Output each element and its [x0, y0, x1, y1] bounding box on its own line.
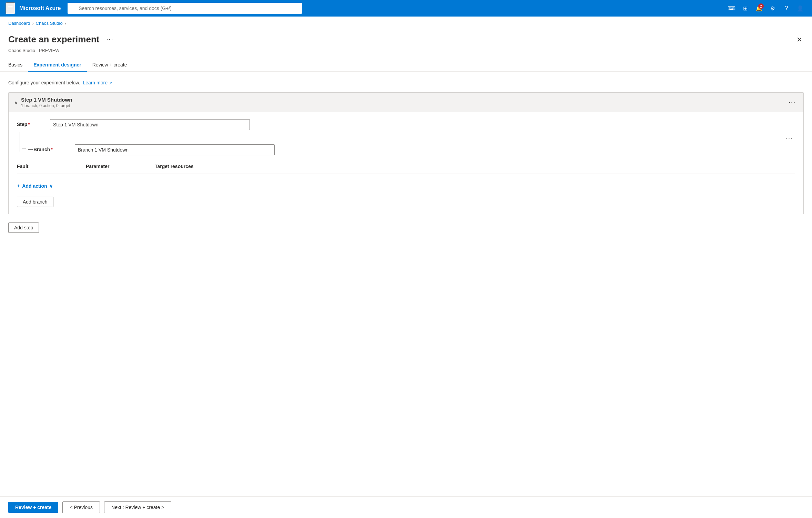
breadcrumb-sep-1: ›	[32, 21, 34, 26]
target-col-header: Target resources	[155, 164, 795, 169]
topnav-icons: ⌨ ⊞ 🔔 2 ⚙ ? 👤	[725, 2, 806, 14]
search-wrapper: 🔍	[68, 3, 302, 14]
page-title: Create an experiment	[8, 34, 99, 45]
tabs-bar: Basics Experiment designer Review + crea…	[0, 59, 812, 72]
breadcrumb: Dashboard › Chaos Studio ›	[0, 17, 812, 29]
tab-basics[interactable]: Basics	[8, 59, 28, 72]
fault-area: Fault Parameter Target resources + Add a…	[17, 161, 795, 194]
content-area: Configure your experiment below. Learn m…	[0, 72, 812, 260]
panel-more-button[interactable]: ···	[103, 34, 116, 44]
branch-label-area: — Branch *	[28, 144, 69, 152]
top-navigation: ☰ Microsoft Azure 🔍 ⌨ ⊞ 🔔 2 ⚙ ? 👤	[0, 0, 812, 17]
learn-more-link[interactable]: Learn more ↗	[83, 80, 112, 85]
tab-review-create[interactable]: Review + create	[87, 59, 133, 72]
step-field-row: Step *	[17, 119, 795, 130]
branch-required-star: *	[51, 147, 52, 152]
portal-button[interactable]: ⊞	[739, 2, 751, 14]
hamburger-menu-button[interactable]: ☰	[6, 2, 15, 14]
vertical-line	[20, 132, 20, 152]
configure-description: Configure your experiment below. Learn m…	[8, 80, 804, 85]
step-subtitle: 1 branch, 0 action, 0 target	[21, 103, 72, 108]
step-title: Step 1 VM Shutdown	[21, 97, 72, 103]
breadcrumb-dashboard[interactable]: Dashboard	[8, 21, 30, 26]
previous-button[interactable]: < Previous	[62, 501, 100, 513]
tab-experiment-designer[interactable]: Experiment designer	[28, 59, 87, 72]
step-collapse-button[interactable]: ∧	[14, 100, 18, 105]
step-card-header-left: ∧ Step 1 VM Shutdown 1 branch, 0 action,…	[14, 97, 72, 108]
terminal-button[interactable]: ⌨	[725, 2, 738, 14]
step-input[interactable]	[50, 119, 250, 130]
branch-more-row: ···	[17, 134, 795, 143]
branch-line	[22, 138, 26, 148]
user-icon: 👤	[797, 5, 804, 12]
settings-button[interactable]: ⚙	[767, 2, 779, 14]
step-card-body: Step * ···	[9, 112, 803, 214]
add-action-button[interactable]: + Add action ∨	[17, 181, 53, 191]
next-button[interactable]: Next : Review + create >	[104, 501, 171, 513]
branch-more-button[interactable]: ···	[784, 134, 795, 143]
panel-subtitle: Chaos Studio | PREVIEW	[0, 48, 812, 59]
fault-table-header: Fault Parameter Target resources	[17, 161, 795, 172]
add-action-plus-icon: +	[17, 183, 20, 189]
branch-field-row: — Branch *	[28, 144, 795, 155]
add-action-label: Add action	[22, 183, 47, 189]
step-card: ∧ Step 1 VM Shutdown 1 branch, 0 action,…	[8, 92, 804, 214]
add-action-chevron-icon: ∨	[49, 183, 53, 189]
portal-icon: ⊞	[743, 5, 748, 12]
branch-label: — Branch *	[28, 147, 53, 152]
step-more-button[interactable]: ···	[786, 98, 798, 107]
learn-more-text: Learn more	[83, 80, 108, 85]
search-input[interactable]	[68, 3, 302, 14]
breadcrumb-sep-2: ›	[65, 21, 66, 26]
step-required-star: *	[28, 122, 30, 127]
settings-icon: ⚙	[770, 5, 775, 12]
help-button[interactable]: ?	[780, 2, 793, 14]
brand-label: Microsoft Azure	[19, 5, 61, 11]
panel-header: Create an experiment ··· ✕	[0, 29, 812, 48]
step-label: Step *	[17, 119, 44, 127]
step-header-info: Step 1 VM Shutdown 1 branch, 0 action, 0…	[21, 97, 72, 108]
terminal-icon: ⌨	[728, 5, 735, 12]
review-create-button[interactable]: Review + create	[8, 502, 58, 513]
notification-badge: 2	[758, 3, 764, 9]
notification-button[interactable]: 🔔 2	[753, 2, 765, 14]
help-icon: ?	[785, 5, 788, 11]
external-link-icon: ↗	[109, 81, 112, 85]
main-panel: Dashboard › Chaos Studio › Create an exp…	[0, 17, 812, 518]
close-button[interactable]: ✕	[795, 34, 804, 45]
panel-title-area: Create an experiment ···	[8, 34, 116, 45]
breadcrumb-chaos-studio[interactable]: Chaos Studio	[36, 21, 63, 26]
add-branch-button[interactable]: Add branch	[17, 197, 53, 207]
fault-col-header: Fault	[17, 164, 86, 169]
add-action-row: + Add action ∨	[17, 175, 795, 194]
parameter-col-header: Parameter	[86, 164, 155, 169]
user-button[interactable]: 👤	[794, 2, 806, 14]
step-field-group: Step * ···	[17, 119, 795, 155]
branch-input[interactable]	[75, 144, 275, 155]
bottom-bar: Review + create < Previous Next : Review…	[0, 496, 812, 518]
step-card-header: ∧ Step 1 VM Shutdown 1 branch, 0 action,…	[9, 93, 803, 112]
fault-table-divider	[17, 174, 795, 174]
add-step-button[interactable]: Add step	[8, 222, 39, 233]
